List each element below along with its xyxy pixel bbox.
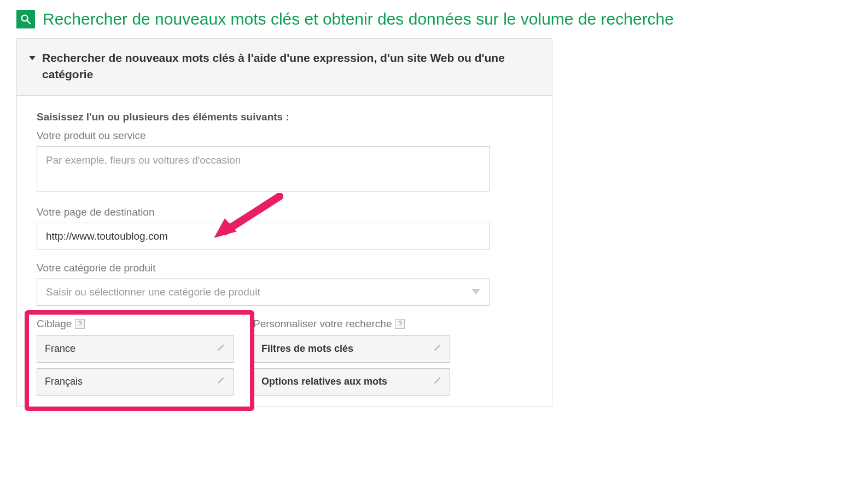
svg-marker-2 (29, 56, 36, 60)
page-title-row: Rechercher de nouveaux mots clés et obte… (16, 10, 852, 28)
customize-filters-label: Filtres de mots clés (261, 343, 353, 355)
customize-row-options[interactable]: Options relatives aux mots (253, 368, 450, 396)
chevron-down-icon (471, 286, 480, 298)
customize-column: Personnaliser votre recherche ? Filtres … (253, 318, 450, 401)
landing-input[interactable] (37, 223, 490, 250)
product-input[interactable] (37, 146, 490, 192)
targeting-column: Ciblage ? France Français (37, 318, 234, 401)
targeting-location-value: France (45, 343, 75, 355)
customize-title: Personnaliser votre recherche (253, 318, 392, 330)
svg-line-1 (27, 21, 31, 24)
main-panel: Rechercher de nouveaux mots clés à l'aid… (16, 38, 552, 407)
accordion-title: Rechercher de nouveaux mots clés à l'aid… (42, 50, 518, 83)
accordion-body: Saisissez l'un ou plusieurs des éléments… (17, 96, 552, 407)
product-label: Votre produit ou service (37, 130, 532, 142)
section-lead: Saisissez l'un ou plusieurs des éléments… (37, 111, 532, 123)
svg-marker-5 (471, 289, 480, 294)
pencil-icon (217, 343, 225, 355)
pencil-icon (433, 343, 442, 355)
category-field-group: Votre catégorie de produit Saisir ou sél… (37, 262, 532, 306)
targeting-title: Ciblage (37, 318, 72, 330)
targeting-language-value: Français (45, 376, 83, 387)
customize-options-label: Options relatives aux mots (261, 376, 387, 387)
targeting-title-row: Ciblage ? (37, 318, 234, 330)
category-select[interactable]: Saisir ou sélectionner une catégorie de … (37, 278, 490, 306)
accordion-header[interactable]: Rechercher de nouveaux mots clés à l'aid… (17, 39, 552, 96)
category-label: Votre catégorie de produit (37, 262, 532, 274)
search-icon (16, 10, 35, 28)
landing-label: Votre page de destination (37, 206, 532, 218)
landing-field-group: Votre page de destination (37, 206, 532, 250)
category-placeholder: Saisir ou sélectionner une catégorie de … (46, 286, 260, 298)
customize-row-filters[interactable]: Filtres de mots clés (253, 335, 450, 363)
page-title: Rechercher de nouveaux mots clés et obte… (43, 10, 674, 28)
pencil-icon (433, 376, 442, 387)
customize-title-row: Personnaliser votre recherche ? (253, 318, 450, 330)
product-field-group: Votre produit ou service (37, 130, 532, 194)
pencil-icon (217, 376, 225, 387)
caret-down-icon (29, 54, 36, 63)
targeting-row-language[interactable]: Français (37, 368, 234, 396)
help-icon[interactable]: ? (395, 319, 405, 329)
targeting-row-location[interactable]: France (37, 335, 234, 363)
help-icon[interactable]: ? (75, 319, 85, 329)
